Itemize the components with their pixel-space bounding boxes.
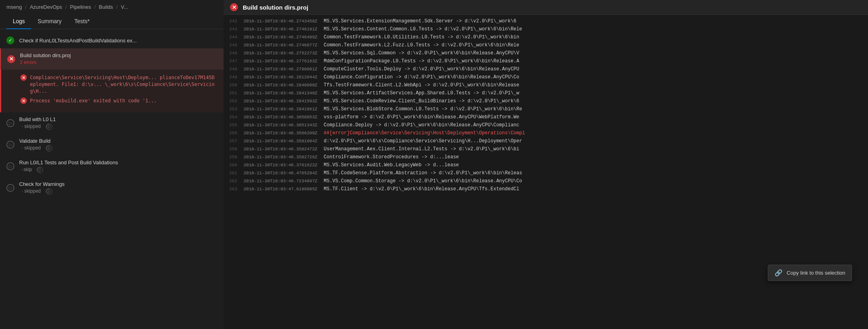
step-check-run[interactable]: ✓ Check if RunL0LTestsAndPostBuildValida… xyxy=(0,32,224,48)
log-row[interactable]: 2582018-11-30T16:03:46.3582472ZUserManag… xyxy=(224,146,868,154)
log-timestamp: 2018-11-30T16:03:47.6199885Z xyxy=(244,186,317,191)
line-number: 256 xyxy=(224,130,244,136)
breadcrumb-pipelines[interactable]: Pipelines xyxy=(70,4,91,10)
line-number: 245 xyxy=(224,42,244,48)
copy-tooltip[interactable]: 🔗 Copy link to this selection xyxy=(768,265,852,281)
log-row[interactable]: 2472018-11-30T16:03:46.2776163ZMdmConfig… xyxy=(224,58,868,66)
log-text: MS.VS.Services.ExtensionManagement.Sdk.S… xyxy=(324,18,868,24)
step-content: Run L0/L1 Tests and Post Build Validatio… xyxy=(19,160,217,173)
line-number: 259 xyxy=(224,154,244,160)
info-icon[interactable]: ⓘ xyxy=(46,188,52,195)
info-icon[interactable]: ⓘ xyxy=(37,167,43,173)
error-detail-2[interactable]: ✕ Process 'msbuild.exe' exited with code… xyxy=(20,98,217,104)
log-text: ComputeCluster.Tools.Deploy -> d:\v2.0\P… xyxy=(324,66,868,72)
breadcrumb-mseng[interactable]: mseng xyxy=(6,4,22,10)
log-row[interactable]: 2512018-11-30T16:03:46.2841340ZMS.VS.Ser… xyxy=(224,90,868,98)
log-text: MS.VS.Services.Audit.Web.LegacyWeb -> d.… xyxy=(324,162,868,168)
line-number: 243 xyxy=(224,26,244,32)
log-row[interactable]: 2442018-11-30T16:03:46.2746499ZCommon.Te… xyxy=(224,34,868,42)
log-title: Build solution dirs.proj xyxy=(243,4,308,11)
step-check-warnings[interactable]: ▷ Check for Warnings · skipped ⓘ xyxy=(0,177,224,199)
step-status: skipped xyxy=(24,145,41,151)
step-status: skipped xyxy=(24,124,41,129)
breadcrumb-sep-1: / xyxy=(25,4,27,10)
pipeline-steps: ✓ Check if RunL0LTestsAndPostBuildValida… xyxy=(0,29,224,329)
line-number: 252 xyxy=(224,98,244,104)
log-text: UserManagement.Aex.Client.Internal.L2.Te… xyxy=(324,146,868,152)
step-skip-icon: ▷ xyxy=(6,119,14,127)
step-skip-icon: ▷ xyxy=(6,162,14,170)
breadcrumb-v[interactable]: V... xyxy=(121,4,128,10)
info-icon[interactable]: ⓘ xyxy=(46,124,52,130)
error-detail-1[interactable]: ✕ Compliance\Service\Servicing\Host\Depl… xyxy=(20,74,217,94)
log-row[interactable]: 2462018-11-30T16:03:46.2752273ZMS.VS.Ser… xyxy=(224,50,868,58)
log-row[interactable]: 2432018-11-30T16:03:46.2746191ZMS.VS.Ser… xyxy=(224,26,868,34)
log-timestamp: 2018-11-30T16:03:46.4765294Z xyxy=(244,170,317,175)
tab-summary[interactable]: Summary xyxy=(31,14,68,29)
step-skipped-label: · xyxy=(22,188,24,194)
line-number: 244 xyxy=(224,34,244,40)
tab-tests[interactable]: Tests* xyxy=(68,14,96,29)
step-content: Build with L0 L1 · skipped ⓘ xyxy=(19,116,217,130)
log-row[interactable]: 2452018-11-30T16:03:46.2746877ZCommon.Te… xyxy=(224,42,868,50)
log-text: MS.VS.Services.BlobStore.Common.L0.Tests… xyxy=(324,106,868,112)
line-number: 254 xyxy=(224,114,244,120)
line-number: 255 xyxy=(224,122,244,128)
log-text: MS.TF.Client -> d:\v2.0\P1\_work\6\bin\R… xyxy=(324,186,868,192)
log-row[interactable]: 2542018-11-30T16:03:46.3050853Zvss-platf… xyxy=(224,114,868,122)
log-text: Common.TestFramework.L0.Utilities.L0.Tes… xyxy=(324,34,868,40)
log-row[interactable]: 2632018-11-30T16:03:47.6199885ZMS.TF.Cli… xyxy=(224,186,868,194)
breadcrumb-builds[interactable]: Builds xyxy=(99,4,113,10)
step-build-l0-l1[interactable]: ▷ Build with L0 L1 · skipped ⓘ xyxy=(0,112,224,134)
breadcrumb: mseng / AzureDevOps / Pipelines / Builds… xyxy=(0,0,224,14)
line-number: 246 xyxy=(224,50,244,56)
log-timestamp: 2018-11-30T16:03:46.2746499Z xyxy=(244,34,317,40)
log-content[interactable]: 2422018-11-30T16:03:46.2743458ZMS.VS.Ser… xyxy=(224,15,868,329)
log-row[interactable]: 2622018-11-30T16:03:46.7234897ZMS.VS.Com… xyxy=(224,178,868,186)
step-status: skipped xyxy=(24,188,41,194)
log-timestamp: 2018-11-30T16:03:46.3051343Z xyxy=(244,122,317,128)
log-row[interactable]: 2572018-11-30T16:03:46.3581604Zd:\v2.0\P… xyxy=(224,138,868,146)
log-timestamp: 2018-11-30T16:03:46.2841861Z xyxy=(244,106,317,112)
line-number: 251 xyxy=(224,90,244,96)
log-text: MdmConfigurationPackage.L0.Tests -> d:\v… xyxy=(324,58,868,64)
copy-tooltip-label[interactable]: Copy link to this selection xyxy=(787,270,845,276)
line-number: 258 xyxy=(224,146,244,152)
log-row[interactable]: 2502018-11-30T16:03:46.2840890ZTfs.TestF… xyxy=(224,82,868,90)
line-number: 247 xyxy=(224,58,244,64)
tab-logs[interactable]: Logs xyxy=(6,14,31,29)
line-number: 242 xyxy=(224,18,244,24)
breadcrumb-azuredevops[interactable]: AzureDevOps xyxy=(30,4,62,10)
step-name: Build solution dirs.proj xyxy=(20,52,217,58)
step-build-dirs[interactable]: ✕ Build solution dirs.proj 2 errors xyxy=(0,48,224,70)
log-timestamp: 2018-11-30T16:03:46.2746877Z xyxy=(244,42,317,48)
log-text: vss-platform -> d:\v2.0\P1\_work\6\bin\R… xyxy=(324,114,868,120)
log-row[interactable]: 2522018-11-30T16:03:46.2841593ZMS.VS.Ser… xyxy=(224,98,868,106)
line-number: 261 xyxy=(224,170,244,175)
log-row[interactable]: 2422018-11-30T16:03:46.2743458ZMS.VS.Ser… xyxy=(224,18,868,26)
log-text: ControlFramework.StoredProcedures -> d:.… xyxy=(324,154,868,160)
info-icon[interactable]: ⓘ xyxy=(46,145,52,152)
log-text: MS.TF.CodeSense.Platform.Abstraction -> … xyxy=(324,170,868,176)
log-row[interactable]: 2482018-11-30T16:03:46.2790081ZComputeCl… xyxy=(224,66,868,74)
log-row[interactable]: 2592018-11-30T16:03:46.3582726ZControlFr… xyxy=(224,154,868,162)
log-timestamp: 2018-11-30T16:03:46.3581604Z xyxy=(244,138,317,144)
log-header: ✕ Build solution dirs.proj xyxy=(224,0,868,15)
log-row[interactable]: 2612018-11-30T16:03:46.4765294ZMS.TF.Cod… xyxy=(224,170,868,178)
log-row[interactable]: 2532018-11-30T16:03:46.2841861ZMS.VS.Ser… xyxy=(224,106,868,114)
step-run-l0[interactable]: ▷ Run L0/L1 Tests and Post Build Validat… xyxy=(0,156,224,177)
log-timestamp: 2018-11-30T16:03:46.3582726Z xyxy=(244,154,317,160)
line-number: 249 xyxy=(224,74,244,80)
step-validate-build[interactable]: ▷ Validate Build · skipped ⓘ xyxy=(0,134,224,156)
log-text: d:\v2.0\P1\_work\6\s\Compliance\Service\… xyxy=(324,138,868,144)
tabs-bar: Logs Summary Tests* xyxy=(0,14,224,29)
log-row[interactable]: 2552018-11-30T16:03:46.3051343ZComplianc… xyxy=(224,122,868,130)
step-content: Validate Build · skipped ⓘ xyxy=(19,138,217,152)
step-content: Check if RunL0LTestsAndPostBuildValidati… xyxy=(19,38,217,44)
log-row[interactable]: 2602018-11-30T16:03:46.3761622ZMS.VS.Ser… xyxy=(224,162,868,170)
log-text: ##[error]Compliance\Service\Servicing\Ho… xyxy=(324,130,868,136)
step-sep: · xyxy=(21,167,24,172)
log-row[interactable]: 2562018-11-30T16:03:46.3566209Z##[error]… xyxy=(224,130,868,138)
log-row[interactable]: 2492018-11-30T16:03:46.2812044ZComplianc… xyxy=(224,74,868,82)
breadcrumb-sep-2: / xyxy=(65,4,67,10)
